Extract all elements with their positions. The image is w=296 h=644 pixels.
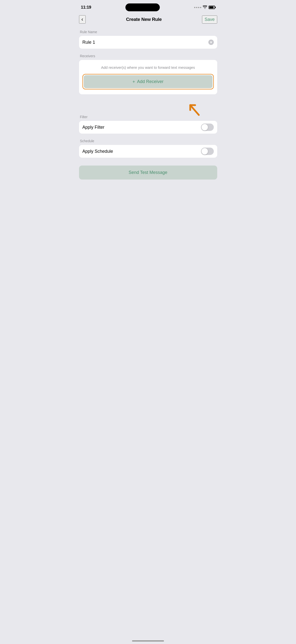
receivers-section: Receivers Add receiver(s) where you want…: [79, 54, 217, 94]
wifi-icon: [203, 6, 207, 10]
apply-filter-row: Apply Filter: [79, 121, 217, 134]
apply-filter-toggle[interactable]: [201, 124, 214, 131]
schedule-label: Schedule: [79, 139, 217, 143]
status-icons: [194, 6, 215, 10]
schedule-section: Schedule Apply Schedule: [79, 139, 217, 158]
receivers-box: Add receiver(s) where you want to forwar…: [79, 60, 217, 94]
add-receiver-label: Add Receiver: [137, 79, 163, 84]
receivers-label: Receivers: [79, 54, 217, 58]
add-receiver-plus-icon: +: [133, 80, 135, 84]
save-button[interactable]: Save: [202, 16, 217, 24]
notch: [125, 4, 160, 11]
apply-filter-label: Apply Filter: [82, 125, 105, 130]
add-receiver-button[interactable]: + Add Receiver: [84, 75, 213, 88]
status-bar: 11:19: [74, 0, 222, 13]
receivers-hint: Add receiver(s) where you want to forwar…: [101, 65, 195, 70]
clear-rule-name-button[interactable]: [208, 40, 214, 45]
toggle-knob: [202, 124, 208, 130]
arrow-icon: [183, 98, 203, 118]
filter-section: Filter Apply Filter: [79, 115, 217, 134]
rule-name-input-container: [79, 36, 217, 49]
page-title: Create New Rule: [126, 17, 162, 22]
battery-icon: [209, 6, 215, 9]
back-button[interactable]: ‹: [79, 15, 86, 24]
send-test-message-button[interactable]: Send Test Message: [79, 166, 217, 180]
apply-schedule-row: Apply Schedule: [79, 145, 217, 158]
signal-icon: [194, 7, 201, 8]
form-content: Rule Name Receivers Add receiver(s) wher…: [74, 28, 222, 182]
rule-name-section: Rule Name: [79, 30, 217, 49]
nav-bar: ‹ Create New Rule Save: [74, 13, 222, 28]
schedule-toggle-knob: [202, 148, 208, 154]
status-time: 11:19: [81, 5, 91, 10]
apply-schedule-toggle[interactable]: [201, 148, 214, 155]
add-receiver-highlight: + Add Receiver: [82, 74, 214, 90]
rule-name-input[interactable]: [82, 40, 208, 45]
apply-schedule-label: Apply Schedule: [82, 149, 113, 154]
arrow-annotation: [79, 98, 217, 112]
rule-name-label: Rule Name: [79, 30, 217, 34]
